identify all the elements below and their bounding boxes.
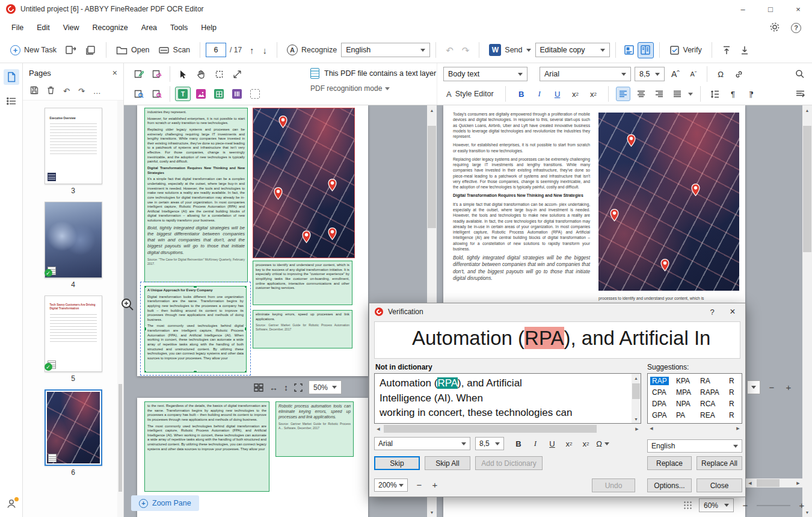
selected-ocr-text-area[interactable]: A Unique Approach for Every CompanyDigit… [144, 286, 247, 373]
send-button[interactable]: W Send [485, 42, 535, 58]
suggestion-item[interactable]: PA [674, 411, 698, 419]
move-resize-icon[interactable] [229, 67, 245, 81]
save-icon[interactable] [30, 86, 38, 96]
scroll-right-icon[interactable]: ▶ [734, 424, 742, 433]
import-pages-button[interactable] [718, 43, 736, 58]
export-pages-button[interactable] [736, 43, 754, 58]
hand-pan-icon[interactable] [193, 67, 209, 81]
fit-height-icon[interactable]: ↕ [284, 383, 288, 392]
picture-area[interactable] [253, 108, 355, 258]
scroll-up-icon[interactable]: ▲ [632, 374, 641, 382]
feedback-user-icon[interactable] [6, 498, 17, 511]
undo-button[interactable]: ↶ [441, 43, 458, 57]
previous-page-button[interactable]: ↑ [245, 43, 259, 57]
dialog-close-action-button[interactable]: Close [697, 478, 742, 492]
paragraph-settings-icon[interactable] [793, 87, 807, 101]
scroll-left-icon[interactable]: ◀ [746, 478, 754, 488]
zoom-pane-button[interactable]: + Zoom Pane [131, 495, 199, 511]
suggestion-item[interactable]: CPA [650, 388, 674, 397]
menu-item[interactable]: Help [194, 18, 223, 37]
settings-gear-icon[interactable] [769, 22, 780, 34]
verification-text-editor[interactable]: Automation (RPA), and Artificial Intelli… [374, 373, 641, 424]
subscript-button[interactable]: x2 [586, 87, 601, 101]
dialog-title-bar[interactable]: Verification ? × [369, 303, 745, 320]
suggestion-item[interactable]: REA [698, 411, 727, 419]
ocr-text-area[interactable]: to the next. Regardless of the details, … [144, 401, 269, 492]
ocr-text-area[interactable]: processes to identify and understand you… [253, 261, 352, 305]
special-character-icon[interactable]: Ω [713, 67, 728, 81]
menu-item[interactable]: Tools [164, 18, 194, 37]
suggestion-item[interactable]: RAP [650, 377, 674, 385]
suggestions-list[interactable]: RAPKPARARCPAMPARAPARDPANPARCARGPAPAREAR [647, 373, 742, 424]
pages-panel-icon[interactable] [4, 69, 19, 85]
dialog-font-select[interactable]: Arial [374, 437, 470, 450]
close-button[interactable]: × [784, 0, 812, 18]
suggestion-item[interactable]: MPA [674, 388, 698, 397]
undo-icon[interactable]: ↶ [63, 87, 70, 96]
superscript-button[interactable]: x2 [568, 87, 583, 101]
delete-page-icon[interactable] [47, 86, 55, 96]
skip-button[interactable]: Skip [374, 456, 420, 470]
erase-area-icon[interactable] [149, 67, 165, 81]
suggestion-item[interactable]: GPA [650, 411, 674, 419]
dialog-zoom-out-icon[interactable]: − [414, 480, 425, 490]
align-justify-icon[interactable] [670, 87, 684, 101]
pages-panel-close-icon[interactable]: × [112, 68, 117, 78]
italic-button[interactable]: I [532, 87, 547, 101]
scroll-right-icon[interactable]: ▶ [633, 424, 641, 434]
suggestion-item[interactable]: R [727, 388, 742, 397]
suggestion-item[interactable]: RCA [698, 400, 727, 408]
scroll-down-icon[interactable]: ▼ [632, 415, 641, 423]
resize-handle[interactable] [144, 286, 147, 288]
ocr-text-area[interactable]: Robotic process automation tools can eli… [275, 401, 354, 457]
line-spacing-icon[interactable] [708, 87, 722, 101]
scroll-left-icon[interactable]: ◀ [374, 424, 383, 434]
resize-handle[interactable] [144, 327, 147, 331]
dialog-help-button[interactable]: ? [702, 304, 722, 320]
menu-item[interactable]: View [57, 18, 86, 37]
dialog-size-select[interactable]: 8,5 [475, 437, 504, 450]
recognize-button[interactable]: A Recognize [283, 42, 341, 58]
dialog-bold-button[interactable]: B [511, 437, 526, 450]
font-size-select[interactable]: 8,5 [635, 67, 665, 81]
picture-area-tool-icon[interactable] [193, 87, 209, 101]
dialog-underline-button[interactable]: U [545, 437, 559, 450]
suggestion-item[interactable]: R [727, 400, 742, 408]
page-thumbnail-3[interactable]: Executive Overview 3 [23, 108, 123, 195]
scroll-down-icon[interactable]: ▼ [427, 507, 437, 517]
dialog-language-select[interactable]: English [647, 439, 742, 453]
align-left-icon[interactable] [616, 87, 630, 101]
skip-all-button[interactable]: Skip All [425, 456, 470, 470]
resize-handle[interactable] [193, 286, 197, 288]
paragraph-ltr-icon[interactable]: ¶ [726, 87, 740, 101]
help-icon[interactable]: ? [791, 23, 801, 33]
text-area-tool-icon[interactable]: T [175, 87, 191, 101]
dialog-special-character-button[interactable]: Ω [595, 437, 610, 450]
align-center-icon[interactable] [634, 87, 648, 101]
next-page-button[interactable]: ↓ [259, 43, 272, 57]
zoom-out-icon[interactable]: − [766, 382, 777, 392]
resize-handle[interactable] [144, 370, 147, 373]
hyperlink-icon[interactable] [731, 67, 746, 81]
table-area-tool-icon[interactable] [211, 87, 227, 101]
fit-page-icon[interactable] [294, 383, 303, 392]
chevron-down-icon[interactable] [688, 93, 693, 96]
suggestion-item[interactable]: R [727, 377, 742, 385]
zoom-page-icon[interactable] [131, 87, 147, 101]
align-right-icon[interactable] [652, 87, 666, 101]
status-zoom-select[interactable]: 60% [699, 498, 734, 512]
resize-handle[interactable] [193, 370, 197, 373]
language-select[interactable]: English [341, 43, 430, 57]
zoom-slider[interactable] [757, 505, 790, 506]
new-task-button[interactable]: + New Task [6, 43, 61, 58]
ocr-text-area[interactable]: eliminate keying errors, speed up proces… [253, 310, 352, 348]
scroll-right-icon[interactable]: ▶ [794, 478, 802, 488]
menu-item[interactable]: File [5, 18, 30, 37]
increase-font-icon[interactable]: Aˆ [668, 67, 683, 81]
crop-area-icon[interactable] [211, 67, 227, 81]
pdf-recognition-mode-button[interactable]: PDF recognition mode [310, 84, 436, 93]
options-button[interactable]: Options... [647, 478, 692, 492]
page-thumbnail-5[interactable]: Tech Savvy Customers Are Driving Digital… [23, 296, 123, 383]
page-number-input[interactable]: 6 [206, 43, 226, 57]
paragraph-rtl-icon[interactable]: ¶ [744, 87, 758, 101]
